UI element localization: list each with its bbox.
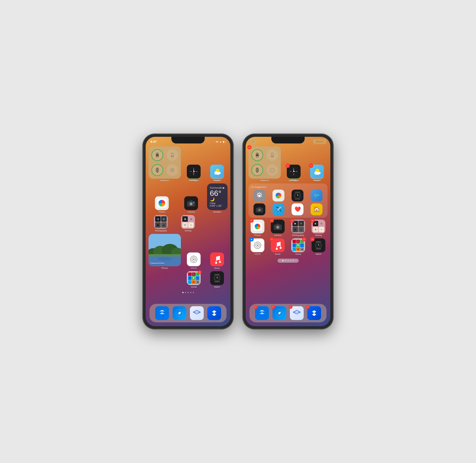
dot-2-2 — [285, 260, 286, 261]
spark-dock-icon[interactable] — [188, 306, 205, 320]
writing-folder-icon[interactable]: ▦ 🦋 B ∞ Writing — [176, 215, 200, 232]
safari-dock-icon[interactable] — [171, 306, 188, 320]
svg-rect-80 — [272, 153, 273, 153]
mini-app-3: ▣ — [155, 222, 161, 228]
writing-mini-2: 🦋 — [188, 216, 194, 222]
safari-dock-img — [172, 306, 186, 320]
wr-m2: 🦋 — [319, 221, 324, 226]
s4: ✉ — [188, 276, 192, 280]
photography-edit-icon[interactable]: − ▦ 🐦 ◉ ◈ Photography — [289, 220, 307, 237]
svg-point-10 — [171, 168, 174, 172]
svg-point-86 — [270, 168, 274, 172]
camera-edit-icon[interactable]: − Camera — [269, 220, 287, 237]
clock-edit-icon[interactable]: − — [283, 165, 304, 182]
dropbox-dock-img — [207, 306, 221, 320]
camera-siri-img — [253, 204, 265, 215]
svg-rect-135 — [316, 241, 321, 242]
settings-siri-img — [253, 190, 265, 202]
photos-edit-icon[interactable]: − — [249, 220, 267, 237]
safari-dock-remove[interactable]: − — [271, 305, 275, 309]
watch-edit-icon[interactable]: − — [310, 238, 328, 255]
vsco-edit-remove[interactable]: ● — [249, 237, 254, 241]
edit-add-button[interactable]: + — [249, 138, 257, 145]
svg-rect-78 — [256, 154, 258, 156]
vsco-edit-icon[interactable]: ● — [249, 238, 267, 255]
weather-icon-small[interactable]: Weather — [207, 165, 227, 182]
battery-watch — [150, 163, 164, 177]
se1: ▪ — [293, 240, 296, 243]
writing-folder-img: ▦ 🦋 B ∞ — [181, 215, 195, 229]
siri-suggestions-widget: Siri Suggestions — [249, 183, 327, 218]
dropbox-dock-icon[interactable] — [205, 306, 223, 320]
photos-icon[interactable]: Photos — [149, 196, 175, 213]
svg-point-128 — [257, 248, 258, 249]
s6: f — [196, 276, 199, 280]
watch-icon[interactable]: Watch — [207, 271, 227, 288]
edit-done-button[interactable]: Done — [313, 139, 327, 144]
svg-point-40 — [193, 202, 194, 203]
clock-icon[interactable]: 12 12 3 9 6 Clock — [183, 165, 204, 182]
weather-edit-icon[interactable]: − Weather — [306, 165, 327, 182]
siri-label: Siri Suggestions — [251, 186, 325, 188]
camera-icon[interactable]: Camera — [178, 196, 205, 213]
svg-rect-2 — [156, 154, 158, 156]
svg-point-130 — [260, 245, 261, 246]
music-edit-label: Music — [275, 253, 281, 255]
vsco-icon[interactable]: VSCO — [183, 252, 204, 269]
featured-photo-container[interactable]: Featured Photo Photos — [149, 234, 181, 269]
social-icon[interactable]: 1 ▪ 📷 📞 ✉ 💬 f t ▼ ☁ — [183, 271, 204, 288]
photography-edit-remove[interactable]: − — [290, 218, 294, 223]
settings-siri-icon[interactable] — [251, 190, 268, 202]
safari-edit-dock[interactable]: − — [271, 306, 288, 320]
dock-1 — [149, 304, 227, 322]
row-6: 1 ▪ 📷 📞 ✉ 💬 f t ▼ ☁ — [149, 271, 227, 288]
phone-edit: + Done − — [243, 134, 333, 329]
weather-widget-container[interactable]: Sunnyvale ▶ 66° 🌙 Clear H:84° L:60° Weat… — [207, 183, 227, 213]
svg-point-60 — [219, 261, 221, 263]
watchface-siri-icon[interactable] — [289, 190, 306, 202]
music-edit-icon[interactable]: − Music — [269, 238, 287, 255]
clock-remove[interactable]: − — [286, 163, 290, 168]
spark-dock-img — [190, 306, 204, 320]
battery-iphone2-icon — [166, 149, 178, 161]
writing-edit-icon[interactable]: − ▦ 🦋 B ∞ Writing — [310, 220, 328, 237]
camera-siri-icon[interactable] — [251, 204, 268, 215]
batteries-widget-container[interactable]: Batteries — [149, 146, 181, 182]
twitterrific-siri-icon[interactable]: 🐦 — [308, 190, 325, 202]
weather-edit-wrapper: − — [310, 165, 324, 178]
watch-edit-wrapper: − — [312, 238, 325, 252]
weather-img — [210, 165, 224, 178]
clock-edit-label: Clock — [291, 179, 296, 182]
svg-point-62 — [215, 262, 217, 264]
appstore-dock-icon[interactable] — [153, 306, 171, 320]
social-edit-icon[interactable]: 1 − ▪ 📷 📞 ✉ 💬 f t ▼ ☁ — [289, 238, 307, 255]
social-edit-remove[interactable]: − — [302, 237, 306, 241]
health-siri-icon[interactable]: ❤️ — [289, 204, 306, 215]
clock-label: Clock — [191, 179, 197, 182]
batteries-remove-btn[interactable]: − — [247, 145, 251, 149]
photos-edit-remove[interactable]: − — [249, 218, 254, 223]
spark-dock-remove[interactable]: − — [289, 305, 293, 309]
siri-grid: 🐦 — [251, 190, 325, 202]
home-siri-icon[interactable]: 🏠 — [308, 204, 325, 215]
photography-folder-icon[interactable]: 🐦 ▣ ◈ Photography — [149, 215, 173, 232]
dropbox-dock-remove[interactable]: − — [306, 305, 310, 309]
photography-label: Photography — [155, 230, 167, 232]
edit-row-3: − — [249, 220, 327, 237]
dropbox-edit-dock[interactable]: − — [305, 306, 323, 320]
be-2 — [265, 148, 279, 162]
s7: t — [188, 280, 192, 284]
dot-2-5 — [293, 260, 294, 261]
appstore-dock-remove[interactable]: − — [254, 305, 258, 309]
spark-edit-dock[interactable]: − — [288, 306, 305, 320]
clock-edit-wrapper: − — [287, 165, 301, 178]
battery-watch-icon — [151, 164, 163, 176]
telegram-siri-icon[interactable]: ✈️ — [270, 204, 287, 215]
photos-siri-icon[interactable] — [270, 190, 287, 202]
svg-point-58 — [197, 259, 198, 260]
weather-remove[interactable]: − — [309, 163, 313, 168]
appstore-edit-dock[interactable]: − — [253, 306, 271, 320]
telegram-siri-img: ✈️ — [272, 204, 284, 215]
music-icon[interactable]: Music — [207, 252, 227, 269]
battery-iphone-icon — [151, 149, 163, 161]
